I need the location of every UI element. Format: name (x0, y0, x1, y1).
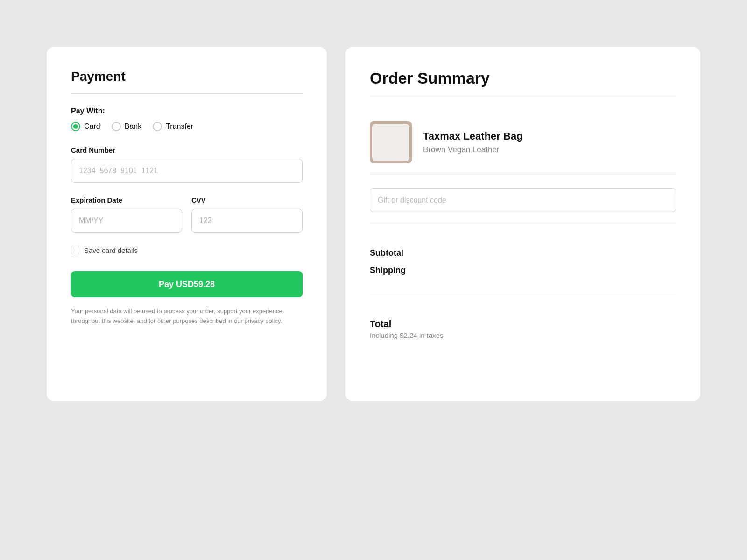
save-card-label: Save card details (84, 246, 138, 254)
order-summary-title: Order Summary (370, 69, 676, 87)
total-label: Total (370, 319, 676, 329)
radio-transfer-label: Transfer (166, 122, 193, 131)
payment-card: Payment Pay With: Card Bank Transfer Car… (47, 47, 327, 401)
total-divider (370, 294, 676, 294)
expiry-input[interactable] (71, 209, 182, 233)
product-image (370, 121, 412, 163)
order-summary-divider (370, 97, 676, 97)
card-number-group: Card Number (71, 146, 303, 183)
radio-option-transfer[interactable]: Transfer (153, 122, 193, 131)
cvv-group: CVV (191, 196, 303, 233)
discount-code-input[interactable] (370, 188, 676, 212)
summary-section: Subtotal Shipping (370, 237, 676, 294)
shipping-row: Shipping (370, 266, 676, 275)
radio-card-icon (71, 122, 80, 131)
payment-method-group: Card Bank Transfer (71, 122, 303, 131)
radio-bank-label: Bank (125, 122, 141, 131)
payment-title: Payment (71, 69, 303, 84)
cvv-label: CVV (191, 196, 303, 204)
total-section: Total Including $2.24 in taxes (370, 308, 676, 350)
radio-transfer-icon (153, 122, 162, 131)
product-name: Taxmax Leather Bag (423, 130, 523, 142)
pay-button[interactable]: Pay USD59.28 (71, 271, 303, 297)
radio-bank-icon (112, 122, 121, 131)
expiry-label: Expiration Date (71, 196, 182, 204)
card-number-label: Card Number (71, 146, 303, 154)
radio-card-label: Card (84, 122, 100, 131)
subtotal-label: Subtotal (370, 248, 403, 258)
save-card-checkbox[interactable] (71, 246, 79, 254)
svg-rect-7 (372, 124, 409, 161)
order-summary-card: Order Summary (345, 47, 700, 401)
discount-wrapper (370, 188, 676, 212)
subtotal-row: Subtotal (370, 248, 676, 258)
payment-divider (71, 93, 303, 94)
cvv-input[interactable] (191, 209, 303, 233)
discount-divider (370, 224, 676, 224)
privacy-text: Your personal data will be used to proce… (71, 307, 303, 326)
total-tax: Including $2.24 in taxes (370, 331, 676, 339)
expiry-cvv-row: Expiration Date CVV (71, 196, 303, 233)
radio-option-bank[interactable]: Bank (112, 122, 141, 131)
expiry-group: Expiration Date (71, 196, 182, 233)
save-card-row: Save card details (71, 246, 303, 254)
radio-option-card[interactable]: Card (71, 122, 100, 131)
card-number-input[interactable] (71, 159, 303, 183)
product-variant: Brown Vegan Leather (423, 145, 523, 154)
product-divider (370, 175, 676, 175)
shipping-label: Shipping (370, 266, 406, 275)
product-image-svg (372, 124, 409, 161)
pay-with-label: Pay With: (71, 107, 303, 115)
product-info: Taxmax Leather Bag Brown Vegan Leather (423, 130, 523, 154)
product-row: Taxmax Leather Bag Brown Vegan Leather (370, 110, 676, 175)
